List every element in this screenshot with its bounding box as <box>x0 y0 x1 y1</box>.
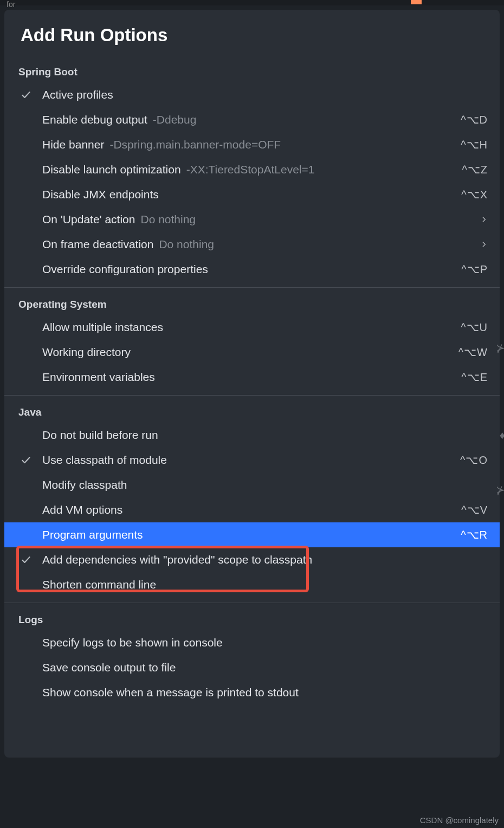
section-divider <box>4 287 500 288</box>
menu-item-label: Enable debug output <box>42 113 147 126</box>
check-icon <box>21 455 42 465</box>
shortcut-label: ^⌥E <box>461 371 488 384</box>
menu-item-label: Use classpath of module <box>42 454 167 467</box>
menu-item[interactable]: Add VM options^⌥V <box>4 497 500 522</box>
menu-item-hint: -Dspring.main.banner-mode=OFF <box>109 138 281 151</box>
menu-item-hint: -Ddebug <box>153 113 197 126</box>
section-header: Operating System <box>4 291 500 315</box>
section-header: Spring Boot <box>4 59 500 82</box>
menu-item[interactable]: Enable debug output-Ddebug^⌥D <box>4 107 500 132</box>
section-divider <box>4 603 500 603</box>
panel-title: Add Run Options <box>4 17 500 59</box>
menu-item-label: Override configuration properties <box>42 263 208 276</box>
menu-item-label: On 'Update' action <box>42 213 135 226</box>
menu-item-label: Hide banner <box>42 138 104 151</box>
edge-decoration: ⊁ <box>496 341 504 354</box>
menu-item-label: Save console output to file <box>42 661 176 674</box>
check-icon <box>21 89 42 100</box>
edge-decoration: ♦ <box>500 429 504 442</box>
menu-item[interactable]: Use classpath of module^⌥O <box>4 448 500 473</box>
menu-item-label: Program arguments <box>42 528 143 541</box>
menu-item-label: Active profiles <box>42 88 113 101</box>
menu-item-label: On frame deactivation <box>42 238 153 251</box>
menu-item-label: Modify classpath <box>42 478 127 491</box>
section-header: Logs <box>4 606 500 630</box>
menu-item[interactable]: Program arguments^⌥R <box>4 522 500 547</box>
menu-item-label: Show console when a message is printed t… <box>42 686 299 699</box>
menu-item[interactable]: Show console when a message is printed t… <box>4 680 500 705</box>
top-hint: for <box>7 0 15 9</box>
shortcut-label: ^⌥X <box>461 188 488 201</box>
chevron-right-icon <box>480 238 488 251</box>
menu-item[interactable]: Override configuration properties^⌥P <box>4 257 500 282</box>
menu-item[interactable]: Add dependencies with "provided" scope t… <box>4 547 500 572</box>
shortcut-label: ^⌥D <box>461 113 488 126</box>
menu-item-label: Add dependencies with "provided" scope t… <box>42 553 312 566</box>
shortcut-label: ^⌥R <box>461 528 488 541</box>
menu-item[interactable]: Active profiles <box>4 82 500 107</box>
menu-item[interactable]: Disable launch optimization-XX:TieredSto… <box>4 157 500 182</box>
shortcut-label: ^⌥H <box>461 138 488 151</box>
menu-item[interactable]: Modify classpath <box>4 473 500 497</box>
menu-item[interactable]: Disable JMX endpoints^⌥X <box>4 182 500 207</box>
menu-item[interactable]: Environment variables^⌥E <box>4 365 500 390</box>
menu-item-label: Do not build before run <box>42 429 158 442</box>
menu-item-label: Add VM options <box>42 503 122 516</box>
section-header: Java <box>4 399 500 423</box>
menu-item[interactable]: Working directory^⌥W <box>4 340 500 365</box>
check-icon <box>21 554 42 565</box>
menu-item-label: Environment variables <box>42 371 155 384</box>
menu-item[interactable]: Do not build before run <box>4 423 500 448</box>
shortcut-label: ^⌥Z <box>462 163 488 176</box>
add-run-options-panel: Add Run Options Spring BootActive profil… <box>4 10 500 758</box>
menu-item[interactable]: Shorten command line <box>4 572 500 597</box>
menu-item-hint: -XX:TieredStopAtLevel=1 <box>186 163 315 176</box>
menu-item-label: Disable JMX endpoints <box>42 188 159 201</box>
menu-item[interactable]: On 'Update' actionDo nothing <box>4 207 500 232</box>
shortcut-label: ^⌥V <box>461 503 488 516</box>
menu-item[interactable]: Save console output to file <box>4 655 500 680</box>
menu-item[interactable]: Allow multiple instances^⌥U <box>4 315 500 340</box>
shortcut-label: ^⌥O <box>460 454 488 467</box>
menu-item-label: Allow multiple instances <box>42 321 163 334</box>
tab-indicator <box>411 0 422 4</box>
edge-decoration: ⊁ <box>496 483 504 496</box>
menu-item-hint: Do nothing <box>159 238 214 251</box>
menu-item-label: Working directory <box>42 346 131 359</box>
shortcut-label: ^⌥W <box>458 346 488 359</box>
section-divider <box>4 395 500 396</box>
shortcut-label: ^⌥P <box>461 263 488 276</box>
menu-item-label: Disable launch optimization <box>42 163 181 176</box>
chevron-right-icon <box>480 213 488 226</box>
menu-item[interactable]: Specify logs to be shown in console <box>4 630 500 655</box>
menu-item[interactable]: Hide banner-Dspring.main.banner-mode=OFF… <box>4 132 500 157</box>
watermark: CSDN @cominglately <box>420 816 499 825</box>
menu-item-label: Specify logs to be shown in console <box>42 636 223 649</box>
menu-item[interactable]: On frame deactivationDo nothing <box>4 232 500 257</box>
shortcut-label: ^⌥U <box>461 321 488 334</box>
menu-item-label: Shorten command line <box>42 578 156 591</box>
menu-item-hint: Do nothing <box>140 213 196 226</box>
